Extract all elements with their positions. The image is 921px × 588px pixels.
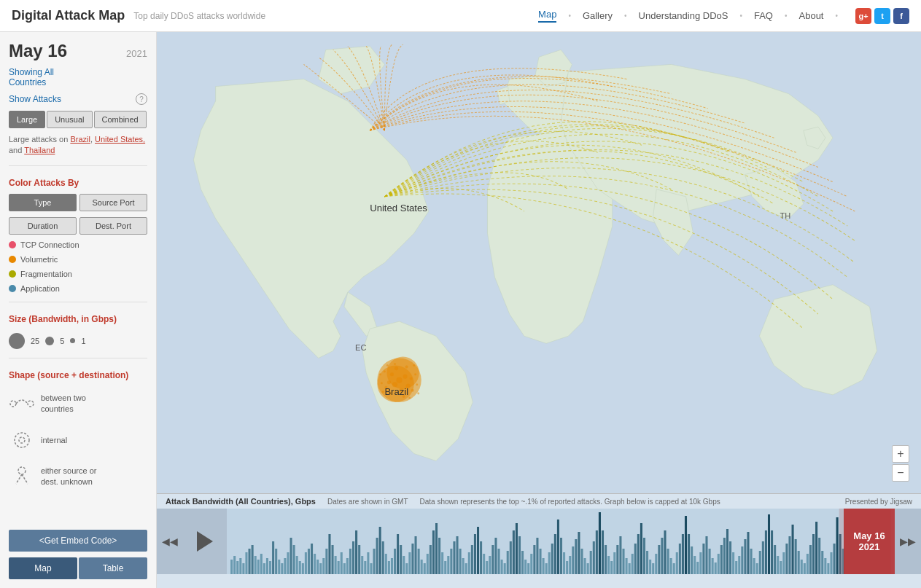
- countries-label[interactable]: Countries: [9, 77, 147, 87]
- legend-application: Application: [9, 284, 147, 293]
- svg-rect-154: [578, 532, 580, 574]
- divider-2: [9, 302, 147, 302]
- svg-point-1: [28, 401, 34, 407]
- svg-rect-199: [712, 558, 714, 574]
- svg-rect-70: [328, 534, 330, 574]
- combined-button[interactable]: Combined: [94, 111, 147, 128]
- thailand-link[interactable]: Thailand: [24, 146, 55, 154]
- svg-rect-78: [352, 541, 354, 574]
- type-button[interactable]: Type: [9, 194, 77, 211]
- size-large: [9, 333, 25, 349]
- size-medium: [45, 337, 54, 345]
- svg-rect-211: [747, 532, 749, 574]
- svg-rect-116: [465, 563, 467, 574]
- svg-rect-229: [801, 560, 803, 574]
- us-link[interactable]: United States,: [95, 135, 145, 144]
- table-view-button[interactable]: Table: [79, 557, 147, 579]
- brazil-link[interactable]: Brazil: [70, 135, 90, 144]
- world-map[interactable]: United States Brazil EC TH + −: [157, 32, 921, 493]
- svg-rect-204: [726, 529, 728, 574]
- large-button[interactable]: Large: [9, 111, 45, 128]
- svg-rect-99: [414, 536, 416, 574]
- svg-rect-200: [715, 562, 717, 574]
- info-icon[interactable]: ?: [136, 93, 147, 105]
- duration-button[interactable]: Duration: [9, 217, 77, 235]
- svg-rect-169: [622, 549, 624, 574]
- svg-rect-48: [263, 563, 265, 574]
- nav-faq[interactable]: FAQ: [754, 10, 773, 21]
- svg-rect-46: [257, 560, 260, 574]
- nav-understanding[interactable]: Understanding DDoS: [639, 10, 728, 21]
- svg-point-18: [410, 377, 413, 380]
- svg-rect-177: [646, 551, 648, 574]
- svg-rect-113: [456, 536, 458, 574]
- showing-all[interactable]: Showing All Countries: [9, 67, 147, 87]
- svg-rect-164: [607, 556, 610, 574]
- nav-map[interactable]: Map: [538, 9, 556, 23]
- main-content: May 16 2021 Showing All Countries Show A…: [0, 32, 921, 588]
- svg-rect-174: [637, 534, 640, 574]
- svg-point-0: [10, 401, 16, 407]
- fragmentation-label: Fragmentation: [20, 270, 72, 278]
- svg-rect-134: [518, 536, 521, 574]
- svg-rect-161: [599, 512, 601, 574]
- shape-internal-label: internal: [41, 435, 67, 445]
- showing-label[interactable]: Showing All: [9, 67, 147, 77]
- jigsaw-credit: Presented by Jigsaw: [845, 498, 912, 506]
- svg-rect-45: [254, 556, 257, 574]
- skip-back-button[interactable]: ◀◀: [157, 509, 183, 574]
- svg-rect-87: [379, 527, 381, 574]
- svg-rect-82: [364, 561, 366, 574]
- zoom-in-button[interactable]: +: [892, 445, 909, 463]
- chart-svg: [227, 509, 895, 574]
- dest-port-button[interactable]: Dest. Port: [79, 217, 147, 235]
- svg-rect-236: [821, 551, 823, 574]
- svg-rect-160: [596, 530, 598, 574]
- svg-point-20: [411, 389, 414, 392]
- play-button[interactable]: [183, 509, 227, 574]
- embed-button[interactable]: <Get Embed Code>: [9, 530, 147, 552]
- googleplus-icon[interactable]: g+: [855, 8, 871, 24]
- svg-rect-208: [738, 556, 740, 574]
- nav-gallery[interactable]: Gallery: [583, 10, 613, 21]
- timeline-chart[interactable]: May 16 2021: [227, 509, 895, 574]
- svg-rect-88: [382, 541, 384, 574]
- svg-rect-158: [590, 551, 592, 574]
- svg-point-34: [417, 392, 419, 394]
- facebook-icon[interactable]: f: [893, 8, 909, 24]
- shape-between-icon: [9, 391, 35, 417]
- svg-rect-233: [812, 534, 815, 574]
- twitter-icon[interactable]: t: [874, 8, 890, 24]
- svg-rect-77: [349, 549, 351, 574]
- svg-rect-51: [272, 541, 274, 574]
- map-view-button[interactable]: Map: [9, 557, 77, 579]
- svg-rect-111: [450, 549, 452, 574]
- svg-rect-226: [792, 525, 794, 574]
- svg-rect-168: [619, 536, 621, 574]
- svg-rect-230: [804, 563, 806, 574]
- source-port-button[interactable]: Source Port: [79, 194, 147, 211]
- svg-rect-132: [513, 530, 515, 574]
- svg-line-6: [22, 474, 28, 484]
- unusual-button[interactable]: Unusual: [47, 111, 92, 128]
- skip-forward-button[interactable]: ▶▶: [895, 509, 921, 574]
- color-section-label: Color Attacks By: [9, 178, 147, 188]
- legend-fragmentation: Fragmentation: [9, 270, 147, 278]
- svg-rect-214: [756, 563, 758, 574]
- svg-rect-228: [798, 551, 800, 574]
- map-svg: United States Brazil EC TH: [157, 32, 921, 493]
- svg-rect-156: [584, 558, 586, 574]
- svg-rect-175: [640, 523, 642, 574]
- show-attacks-label[interactable]: Show Attacks: [9, 94, 61, 104]
- svg-rect-195: [699, 552, 702, 574]
- svg-rect-143: [545, 563, 548, 574]
- svg-rect-163: [605, 545, 607, 574]
- svg-rect-237: [824, 558, 826, 574]
- svg-rect-151: [569, 556, 571, 574]
- current-date: May 16: [9, 41, 67, 61]
- svg-rect-97: [408, 552, 411, 574]
- nav-about[interactable]: About: [799, 10, 824, 21]
- zoom-out-button[interactable]: −: [892, 464, 909, 482]
- svg-rect-114: [459, 549, 462, 574]
- main-nav: Map • Gallery • Understanding DDoS • FAQ…: [538, 8, 909, 24]
